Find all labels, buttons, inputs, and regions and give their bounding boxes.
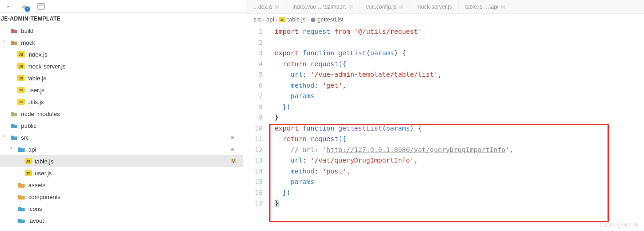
folder-icon [17, 181, 26, 189]
line-number: 5 [246, 69, 263, 80]
tree-label: table.js [27, 75, 239, 82]
tree-item-build[interactable]: build [0, 25, 243, 37]
line-number: 14 [246, 166, 263, 177]
tree-item-icons[interactable]: icons [0, 203, 243, 215]
folder-icon [17, 193, 26, 200]
tree-item-src[interactable]: ˅src [0, 131, 243, 143]
modified-badge: M [231, 158, 239, 164]
dirty-dot-icon [231, 148, 234, 151]
js-icon: JS [25, 170, 32, 176]
tree-label: build [21, 27, 239, 34]
js-icon: JS [17, 51, 25, 58]
tree-item-utils-js[interactable]: JSutils.js [0, 96, 243, 108]
line-number: 12 [246, 145, 263, 156]
tab-modified: M [275, 4, 279, 10]
tree-label: table.js [35, 158, 231, 165]
tree-label: user.js [27, 87, 239, 94]
line-gutter: 1234567891011121314151617 [246, 26, 269, 231]
line-number: 16 [246, 188, 263, 199]
line-number: 3 [246, 48, 263, 59]
tree-item-user-js[interactable]: JSuser.js [0, 84, 243, 96]
tree-label: mock [21, 39, 239, 46]
tab-label: vue.config.js [366, 4, 396, 10]
chevron-icon: ˅ [3, 135, 9, 140]
tab-label: index.vue …\dzImport [293, 4, 346, 10]
tab-label: mock-server.js [416, 4, 452, 10]
file-tree: build˅mockJSindex.jsJSmock-server.jsJSta… [0, 25, 246, 231]
tree-item-mock-server-js[interactable]: JSmock-server.js [0, 60, 243, 72]
window-icon[interactable] [37, 3, 45, 10]
code-editor[interactable]: 1234567891011121314151617 import request… [246, 26, 644, 231]
tab[interactable]: vue.config.jsM [359, 0, 410, 13]
js-icon: JS [17, 87, 25, 93]
folder-icon [17, 217, 26, 224]
line-number: 2 [246, 37, 263, 48]
line-number: 17 [246, 198, 263, 209]
tree-label: node_modules [21, 110, 239, 117]
tree-label: src [21, 134, 231, 141]
tree-item-public[interactable]: public [0, 120, 243, 131]
folder-icon [17, 146, 26, 153]
tree-label: components [28, 194, 239, 200]
tab[interactable]: index.vue …\dzImportM [286, 0, 360, 13]
folder-icon [10, 27, 18, 34]
breadcrumb-file[interactable]: JStable.js [279, 16, 306, 23]
breadcrumb-api[interactable]: api [266, 16, 274, 23]
chevron-icon[interactable]: › [5, 3, 12, 10]
tree-label: utils.js [27, 99, 239, 105]
file-explorer: › 7 JE-ADMIN-TEMPLATE build˅mockJSindex.… [0, 0, 246, 231]
tree-item-user-js[interactable]: JSuser.js [0, 167, 243, 179]
tab-modified: M [501, 4, 505, 10]
tree-item-table-js[interactable]: JStable.jsM [0, 155, 243, 167]
tree-item-components[interactable]: components [0, 191, 243, 203]
tree-item-layout[interactable]: layout [0, 215, 243, 226]
tree-label: layout [28, 217, 239, 224]
breadcrumb-src[interactable]: src [254, 16, 261, 23]
tree-item-index-js[interactable]: JSindex.js [0, 48, 243, 60]
svg-rect-1 [38, 4, 44, 9]
folder-icon [10, 122, 18, 129]
folder-icon [10, 134, 18, 141]
chevron-icon: ˅ [10, 147, 16, 152]
chevron-right-icon: › [276, 17, 277, 22]
tree-label: mock-server.js [27, 63, 239, 70]
tree-item-mock[interactable]: ˅mock [0, 37, 243, 48]
cloud-icon[interactable]: 7 [21, 3, 28, 10]
js-icon: JS [17, 75, 25, 81]
tab-modified: M [399, 4, 403, 10]
line-number: 7 [246, 91, 263, 102]
folder-icon [10, 39, 18, 46]
line-number: 9 [246, 112, 263, 123]
code-content[interactable]: import request from '@/utils/request' ex… [269, 26, 644, 231]
tab[interactable]: table.js …\apiM [459, 0, 512, 13]
dirty-dot-icon [231, 136, 234, 139]
tab[interactable]: …dex.jsM [246, 0, 286, 13]
project-title: JE-ADMIN-TEMPLATE [0, 13, 246, 25]
line-number: 4 [246, 59, 263, 70]
tab-modified: M [348, 4, 353, 10]
tab-bar: …dex.jsMindex.vue …\dzImportMvue.config.… [246, 0, 644, 14]
line-number: 1 [246, 26, 263, 37]
js-icon: JS [17, 63, 25, 69]
folder-icon [10, 110, 18, 117]
js-icon: JS [279, 17, 286, 22]
line-number: 8 [246, 102, 263, 113]
tree-item-api[interactable]: ˅api [0, 143, 243, 155]
breadcrumb: src › api › JStable.js › ⬢gettestList [246, 14, 644, 26]
tab[interactable]: mock-server.js [410, 0, 458, 13]
tree-item-node_modules[interactable]: node_modules [0, 108, 243, 120]
tree-label: api [28, 146, 231, 153]
chevron-right-icon: › [307, 17, 309, 22]
tree-label: assets [28, 182, 239, 189]
sidebar-toolbar: › 7 [0, 0, 246, 13]
tree-label: public [21, 122, 239, 129]
tree-item-assets[interactable]: assets [0, 179, 243, 191]
editor-main: …dex.jsMindex.vue …\dzImportMvue.config.… [246, 0, 644, 231]
line-number: 15 [246, 177, 263, 188]
tree-item-table-js[interactable]: JStable.js [0, 72, 243, 84]
line-number: 6 [246, 80, 263, 91]
tab-label: table.js …\api [465, 4, 499, 10]
tree-label: icons [28, 205, 239, 212]
breadcrumb-symbol[interactable]: ⬢gettestList [311, 16, 343, 23]
line-number: 13 [246, 155, 263, 166]
